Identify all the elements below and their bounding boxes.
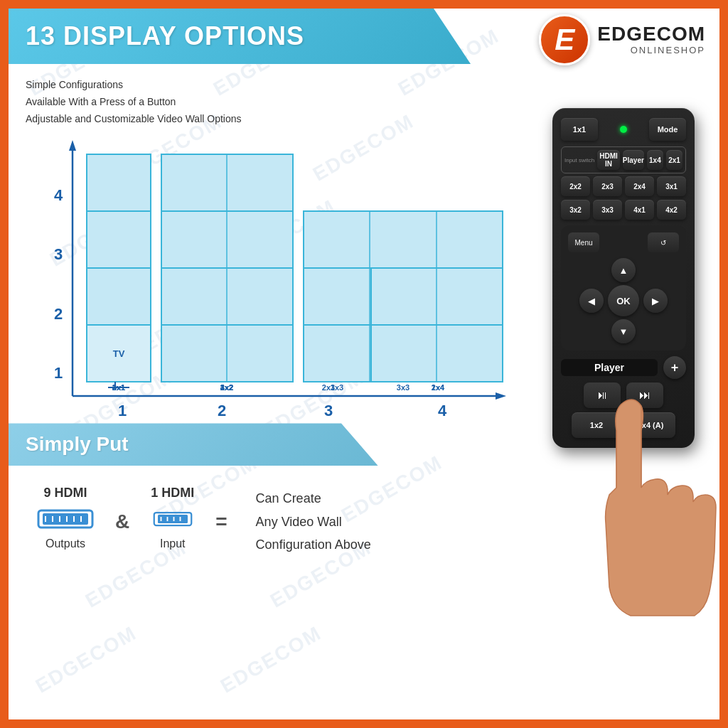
remote-container: 1x1 Mode Input switch HDMI IN Player 1x4… — [552, 108, 709, 448]
hdmi-in-group: 1 HDMI Input — [151, 486, 194, 550]
remote-btn-right[interactable]: ▶ — [643, 289, 668, 313]
svg-rect-77 — [158, 515, 188, 523]
svg-marker-1 — [69, 140, 76, 151]
svg-text:4: 4 — [438, 402, 447, 417]
remote-btn-2x3[interactable]: 2x3 — [593, 176, 622, 196]
result-line3: Configuration Above — [256, 533, 371, 556]
remote-nav-area: Menu ↺ ▲ ◀ OK ▶ ▼ — [561, 225, 686, 350]
remote-grid-row-2: 3x2 3x3 4x1 4x2 — [561, 200, 686, 220]
svg-text:1: 1 — [118, 402, 127, 417]
remote-btn-down[interactable]: ▼ — [611, 319, 636, 343]
remote-btn-2x1[interactable]: 2x1 — [666, 150, 682, 170]
svg-text:2: 2 — [218, 402, 226, 417]
input-switch-label: Input switch — [564, 157, 594, 164]
svg-text:TV: TV — [113, 348, 125, 359]
remote-btn-refresh[interactable]: ↺ — [648, 232, 679, 252]
remote-btn-2x2[interactable]: 2x2 — [561, 176, 590, 196]
equals-sign: = — [208, 510, 234, 533]
inner-content: EDGECOM EDGECOM EDGECOM EDGECOM EDGECOM … — [9, 9, 719, 719]
result-line1: Can Create — [256, 487, 371, 510]
remote-btn-1x1[interactable]: 1x1 — [561, 118, 598, 141]
remote-btn-3x1[interactable]: 3x1 — [657, 176, 686, 196]
remote-btn-menu[interactable]: Menu — [568, 232, 599, 252]
remote-grid-row-1: 2x2 2x3 2x4 3x1 — [561, 176, 686, 196]
remote-btn-hdmi-in[interactable]: HDMI IN — [597, 150, 620, 170]
result-line2: Any Video Wall — [256, 510, 371, 533]
header-bar: 13 DISPLAY OPTIONS — [9, 9, 471, 64]
hand-area — [574, 395, 719, 647]
nav-row-down: ▼ — [611, 319, 636, 343]
hdmi-in-count: 1 HDMI — [151, 486, 194, 500]
svg-text:4: 4 — [54, 186, 63, 204]
remote-btn-mode[interactable]: Mode — [649, 118, 686, 141]
nav-row-middle: ◀ OK ▶ — [579, 285, 668, 316]
remote-btn-1x4[interactable]: 1x4 — [647, 150, 663, 170]
hdmi-in-label: Input — [160, 537, 186, 550]
logo-circle: E — [539, 14, 590, 65]
remote-btn-plus[interactable]: + — [663, 356, 686, 379]
remote-btn-3x3[interactable]: 3x3 — [593, 200, 622, 220]
player-label: Player — [561, 359, 658, 376]
hdmi-out-icon — [37, 505, 94, 533]
svg-text:3x3: 3x3 — [397, 383, 410, 392]
remote-led — [620, 126, 627, 133]
svg-text:3: 3 — [324, 402, 333, 417]
hdmi-out-label: Outputs — [46, 537, 85, 550]
svg-marker-3 — [496, 392, 506, 400]
header-title: 13 DISPLAY OPTIONS — [26, 21, 304, 51]
hdmi-out-group: 9 HDMI Outputs — [37, 486, 94, 550]
svg-text:3: 3 — [54, 245, 63, 263]
remote-btn-ok[interactable]: OK — [608, 285, 639, 316]
outer-border: EDGECOM EDGECOM EDGECOM EDGECOM EDGECOM … — [0, 0, 728, 728]
remote-btn-2x4[interactable]: 2x4 — [625, 176, 654, 196]
connector-ampersand: & — [108, 510, 136, 533]
nav-row-up: ▲ — [611, 258, 636, 282]
svg-text:1x3: 1x3 — [331, 383, 343, 392]
svg-text:2: 2 — [54, 305, 63, 323]
brand-name: EDGECOM — [597, 23, 705, 46]
svg-text:1x2: 1x2 — [220, 383, 233, 392]
remote-btn-up[interactable]: ▲ — [611, 258, 636, 282]
svg-text:1x4: 1x4 — [432, 383, 445, 392]
remote-btn-4x1[interactable]: 4x1 — [625, 200, 654, 220]
logo-text: EDGECOM ONLINESHOP — [597, 23, 705, 55]
display-options-chart: 1 2 3 4 1 2 3 4 4x1 — [44, 133, 513, 417]
desc-line-1: Simple Configurations — [26, 77, 702, 94]
remote-btn-3x2[interactable]: 3x2 — [561, 200, 590, 220]
menu-refresh-row: Menu ↺ — [568, 232, 679, 252]
remote-btn-4x2[interactable]: 4x2 — [657, 200, 686, 220]
svg-text:1: 1 — [54, 364, 63, 382]
hdmi-in-icon — [151, 505, 194, 533]
result-text: Can Create Any Video Wall Configuration … — [256, 487, 371, 556]
hdmi-out-count: 9 HDMI — [43, 486, 87, 500]
remote-btn-left[interactable]: ◀ — [579, 289, 604, 313]
brand-subtitle: ONLINESHOP — [597, 46, 705, 55]
simply-put-title: Simply Put — [26, 433, 129, 455]
remote-btn-player-input[interactable]: Player — [623, 150, 644, 170]
hand-svg — [574, 395, 719, 644]
logo-area: E EDGECOM ONLINESHOP — [539, 14, 705, 65]
logo-letter: E — [555, 23, 574, 57]
